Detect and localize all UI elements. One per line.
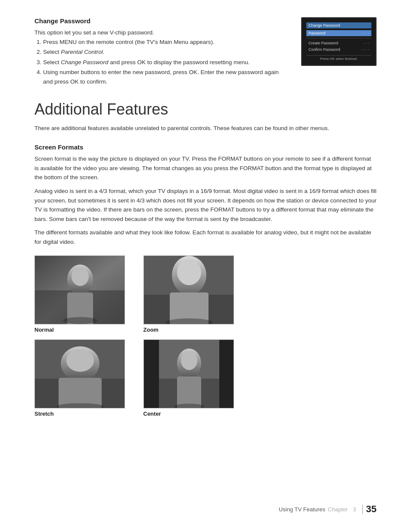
format-item-stretch: Stretch: [34, 339, 137, 417]
tv-screen-title: Change Password: [306, 22, 371, 28]
format-item-normal: Normal: [34, 255, 137, 333]
svg-point-12: [177, 259, 201, 285]
format-images-grid: Normal: [34, 255, 246, 417]
format-image-center: [143, 339, 234, 408]
svg-point-7: [63, 317, 97, 324]
footer-chapter-number: 3: [353, 506, 356, 513]
format-label-stretch: Stretch: [34, 411, 137, 417]
svg-rect-21: [144, 340, 159, 408]
screen-formats-heading: Screen Formats: [34, 143, 377, 151]
tv-screen-footer: Press OK when finished.: [306, 55, 371, 61]
screen-formats-body3: The different formats available and what…: [34, 228, 377, 246]
format-label-center: Center: [143, 411, 246, 417]
page-footer: Using TV Features Chapter 3 35: [279, 504, 377, 515]
screen-formats-body2: Analog video is sent in a 4/3 format, wh…: [34, 187, 377, 224]
footer-page-number: 35: [366, 504, 377, 515]
additional-features-section: Additional Features There are additional…: [34, 100, 377, 133]
svg-point-6: [72, 267, 89, 286]
svg-point-18: [66, 349, 94, 372]
format-label-zoom: Zoom: [143, 327, 246, 333]
step-2: Select Parental Control.: [43, 47, 284, 57]
footer-separator: [362, 504, 363, 514]
additional-features-intro: There are additional features available …: [34, 124, 377, 133]
footer-section-label: Using TV Features: [279, 506, 325, 513]
change-password-heading: Change Password: [34, 17, 284, 25]
step-4: Using number buttons to enter the new pa…: [43, 68, 284, 86]
screen-formats-section: Screen Formats Screen format is the way …: [34, 143, 377, 417]
page: Change Password This option let you set …: [0, 0, 411, 532]
change-password-steps: Press MENU on the remote control (the TV…: [34, 37, 284, 87]
additional-features-heading: Additional Features: [34, 100, 377, 118]
tv-screen-mockup: Change Password Password · · · · Create …: [301, 17, 377, 66]
tv-screen-confirm-row: Confirm Password · · · ·: [306, 47, 371, 53]
format-image-stretch: [34, 339, 125, 408]
step-3: Select Change Password and press OK to d…: [43, 58, 284, 67]
tv-screen-create-row: Create Password · · ·: [306, 40, 371, 46]
tv-screen-separator: [306, 38, 371, 38]
tv-screen-password-row: Password · · · ·: [306, 30, 371, 36]
footer-chapter-label: Chapter: [328, 506, 348, 513]
svg-rect-22: [219, 340, 234, 408]
change-password-section: Change Password This option let you set …: [34, 17, 377, 87]
svg-point-27: [181, 351, 197, 370]
svg-rect-26: [177, 376, 201, 408]
format-image-normal: [34, 255, 125, 324]
change-password-intro: This option let you set a new V-chip pas…: [34, 28, 284, 37]
change-password-text: Change Password This option let you set …: [34, 17, 284, 87]
format-item-zoom: Zoom: [143, 255, 246, 333]
format-item-center: Center: [143, 339, 246, 417]
tv-screen-inner: Change Password Password · · · · Create …: [305, 21, 373, 62]
screen-formats-body1: Screen format is the way the picture is …: [34, 154, 377, 182]
format-label-normal: Normal: [34, 327, 137, 333]
step-1: Press MENU on the remote control (the TV…: [43, 37, 284, 47]
format-image-zoom: [143, 255, 234, 324]
